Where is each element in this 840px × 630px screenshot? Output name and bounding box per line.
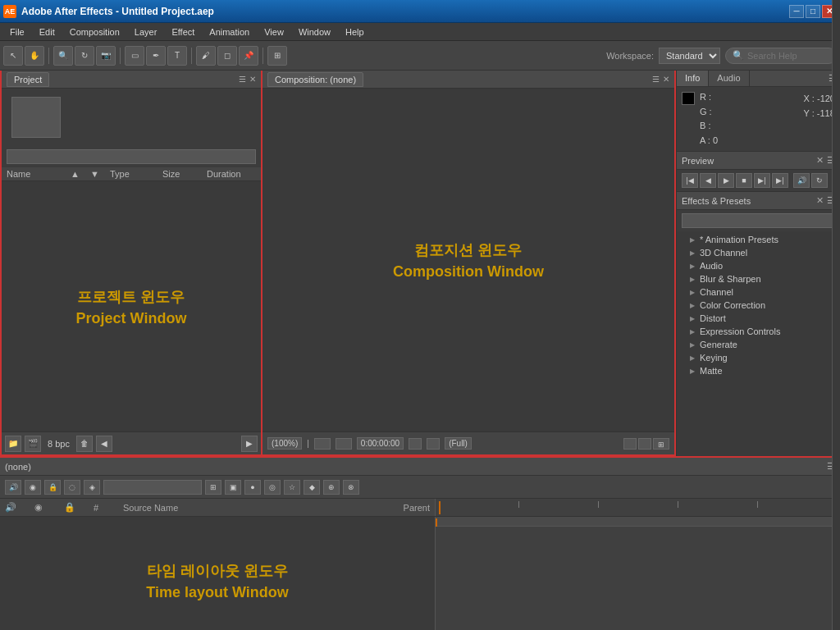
project-panel-menu[interactable]: ☰ <box>239 75 246 84</box>
effect-item-10[interactable]: ▶Matte <box>677 364 840 377</box>
preview-audio[interactable]: 🔊 <box>793 173 810 188</box>
comp-quality[interactable]: (Full) <box>445 437 472 450</box>
tl-btn-7[interactable]: ⊕ <box>323 480 340 495</box>
project-delete[interactable]: 🗑 <box>76 436 93 452</box>
effect-item-7[interactable]: ▶Expression Controls <box>677 325 840 338</box>
preview-close[interactable]: ✕ <box>816 155 824 166</box>
effect-item-4[interactable]: ▶Channel <box>677 285 840 299</box>
tool-arrow[interactable]: ↖ <box>3 46 23 66</box>
effect-label-9: Keying <box>700 353 728 363</box>
tl-shy[interactable]: ◌ <box>64 480 80 495</box>
tool-text[interactable]: T <box>167 46 187 66</box>
tl-audio-toggle[interactable]: 🔊 <box>5 480 21 495</box>
col-duration-header: Duration <box>207 169 256 179</box>
tool-eraser[interactable]: ◻ <box>217 46 237 66</box>
effect-item-5[interactable]: ▶Color Correction <box>677 299 840 312</box>
project-search-input[interactable] <box>7 149 256 164</box>
effect-arrow-3: ▶ <box>690 276 695 283</box>
composition-content: 컴포지션 윈도우 Composition Window <box>262 89 674 431</box>
tab-audio[interactable]: Audio <box>709 71 749 86</box>
effects-search-input[interactable] <box>682 213 835 228</box>
comp-timecode[interactable]: 0:00:00:00 <box>357 437 404 450</box>
tl-btn-5[interactable]: ☆ <box>284 480 300 495</box>
tool-rect[interactable]: ▭ <box>125 46 144 66</box>
tl-btn-2[interactable]: ▣ <box>225 480 241 495</box>
preview-next[interactable]: ▶| <box>754 173 770 188</box>
comp-panel-close[interactable]: ✕ <box>663 75 669 84</box>
tl-btn-1[interactable]: ⊞ <box>205 480 221 495</box>
tool-pen[interactable]: ✒ <box>146 46 166 66</box>
effect-arrow-4: ▶ <box>690 289 695 296</box>
project-new-comp[interactable]: 🎬 <box>25 436 41 452</box>
tab-info[interactable]: Info <box>677 71 709 86</box>
preview-last[interactable]: ▶| <box>772 173 788 188</box>
preview-stop[interactable]: ■ <box>736 173 752 188</box>
menu-edit[interactable]: Edit <box>33 25 62 39</box>
effect-item-8[interactable]: ▶Generate <box>677 338 840 351</box>
effect-item-1[interactable]: ▶3D Channel <box>677 246 840 259</box>
tl-btn-4[interactable]: ◎ <box>264 480 281 495</box>
menu-layer[interactable]: Layer <box>128 25 164 39</box>
tl-col-hash: # <box>94 503 107 513</box>
tl-btn-6[interactable]: ◆ <box>304 480 320 495</box>
menu-view[interactable]: View <box>258 25 290 39</box>
tool-paint[interactable]: 🖌 <box>196 46 216 66</box>
comp-panel-menu[interactable]: ☰ <box>652 75 660 84</box>
preview-loop[interactable]: ↻ <box>811 173 828 188</box>
tool-puppet[interactable]: 📌 <box>239 46 258 66</box>
project-scroll-right[interactable]: ▶ <box>241 436 258 452</box>
timeline-toolbar: 🔊 ◉ 🔒 ◌ ◈ ⊞ ▣ ● ◎ ☆ ◆ ⊕ ⊗ <box>0 476 840 499</box>
comp-btn1[interactable] <box>623 438 637 450</box>
effect-item-2[interactable]: ▶Audio <box>677 259 840 272</box>
project-scroll-left[interactable]: ◀ <box>96 436 112 452</box>
project-tab[interactable]: Project <box>7 72 49 87</box>
effects-search-area <box>677 210 840 231</box>
composition-tab[interactable]: Composition: (none) <box>267 72 363 87</box>
tool-zoom[interactable]: 🔍 <box>53 46 73 66</box>
tl-solo[interactable]: ◉ <box>25 480 41 495</box>
tool-rotate[interactable]: ↻ <box>75 46 94 66</box>
maximize-button[interactable]: □ <box>806 5 820 18</box>
effect-item-9[interactable]: ▶Keying <box>677 351 840 364</box>
effect-item-3[interactable]: ▶Blur & Sharpen <box>677 272 840 285</box>
effects-panel-header: Effects & Presets ✕ ☰ <box>677 192 840 210</box>
timeline-tab[interactable]: (none) <box>5 462 31 472</box>
project-label-korean: 프로젝트 윈도우 <box>76 286 187 306</box>
menu-effect[interactable]: Effect <box>165 25 201 39</box>
preview-first[interactable]: |◀ <box>682 173 698 188</box>
project-panel-close[interactable]: ✕ <box>249 75 256 84</box>
tool-track[interactable]: ⊞ <box>267 46 287 66</box>
preview-prev[interactable]: ◀ <box>700 173 716 188</box>
menu-composition[interactable]: Composition <box>63 25 126 39</box>
comp-zoom[interactable]: (100%) <box>267 437 302 450</box>
project-new-folder[interactable]: 📁 <box>5 436 21 452</box>
tool-hand[interactable]: ✋ <box>25 46 44 66</box>
menu-file[interactable]: File <box>3 25 31 39</box>
effects-close[interactable]: ✕ <box>816 195 824 206</box>
effects-scrollbar[interactable] <box>832 231 840 456</box>
workspace-dropdown[interactable]: Standard <box>659 48 720 64</box>
info-x: X : -120 <box>803 92 835 107</box>
search-help-box[interactable]: 🔍 <box>725 48 837 64</box>
comp-btn3[interactable]: ⊞ <box>653 438 669 450</box>
menu-help[interactable]: Help <box>339 25 371 39</box>
search-help-input[interactable] <box>747 51 829 61</box>
tool-camera[interactable]: 📷 <box>96 46 116 66</box>
window-title: Adobe After Effects - Untitled Project.a… <box>21 6 789 17</box>
tl-col-icon2: ◉ <box>34 502 48 513</box>
tl-btn-3[interactable]: ● <box>244 480 261 495</box>
tl-lock[interactable]: 🔒 <box>44 480 61 495</box>
minimize-button[interactable]: ─ <box>789 5 804 18</box>
col-name-header: Name <box>7 169 67 179</box>
comp-btn2[interactable] <box>638 438 651 450</box>
effect-item-6[interactable]: ▶Distort <box>677 312 840 325</box>
effect-item-0[interactable]: ▶* Animation Presets <box>677 233 840 246</box>
preview-play[interactable]: ▶ <box>718 173 734 188</box>
menu-animation[interactable]: Animation <box>203 25 256 39</box>
tl-pin[interactable]: ◈ <box>84 480 100 495</box>
composition-footer: (100%) | 0:00:00:00 (Full) ⊞ <box>262 431 674 454</box>
tl-btn-8[interactable]: ⊗ <box>343 480 359 495</box>
timeline-search-input[interactable] <box>103 480 202 495</box>
menu-window[interactable]: Window <box>292 25 337 39</box>
timeline-scrollbar[interactable] <box>832 517 840 630</box>
